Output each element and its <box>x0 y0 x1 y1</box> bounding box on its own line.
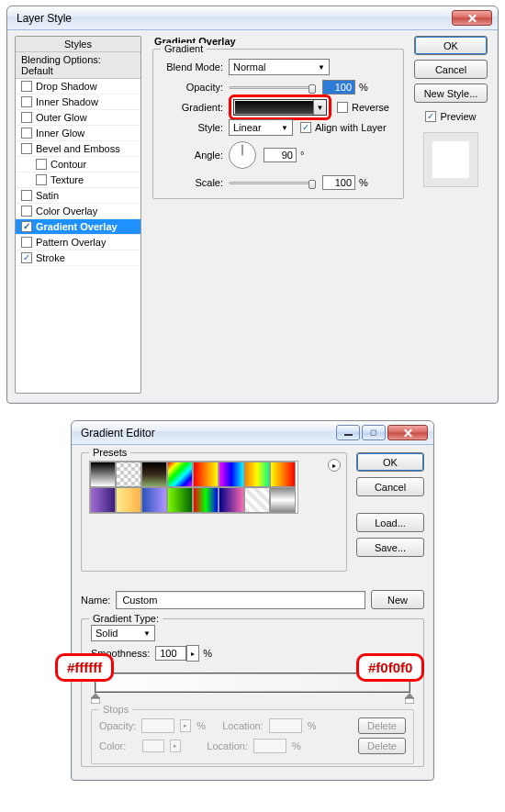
chevron-right-icon: ▸ <box>180 719 191 732</box>
svg-marker-4 <box>91 693 100 698</box>
angle-input[interactable]: 90 <box>264 148 297 162</box>
opacity-label: Opacity: <box>164 82 223 93</box>
style-row-texture[interactable]: Texture <box>16 172 140 188</box>
opacity-input[interactable]: 100 <box>322 80 355 95</box>
maximize-button[interactable]: ▢ <box>362 425 386 440</box>
style-row-bevel-and-emboss[interactable]: Bevel and Emboss <box>16 141 140 157</box>
preset-swatch[interactable] <box>270 462 296 487</box>
type-select[interactable]: Solid ▼ <box>91 625 155 641</box>
align-checkbox[interactable] <box>300 122 311 133</box>
styles-header[interactable]: Styles <box>16 37 140 52</box>
reverse-label: Reverse <box>352 102 389 113</box>
styles-panel: Styles Blending Options: Default Drop Sh… <box>15 36 141 394</box>
style-checkbox[interactable] <box>21 221 32 232</box>
style-checkbox[interactable] <box>36 159 47 170</box>
stop-color-swatch <box>142 740 164 752</box>
color-stop-right[interactable] <box>405 693 414 704</box>
style-label: Pattern Overlay <box>36 237 106 248</box>
gradient-overlay-pane: Gradient Overlay Gradient Blend Mode: No… <box>151 36 406 394</box>
style-row-color-overlay[interactable]: Color Overlay <box>16 204 140 219</box>
opacity-slider[interactable] <box>229 86 315 89</box>
style-row-inner-shadow[interactable]: Inner Shadow <box>16 95 140 110</box>
gradient-picker[interactable]: ▼ <box>233 99 327 116</box>
preset-swatch[interactable] <box>90 462 116 487</box>
style-checkbox[interactable] <box>21 252 32 263</box>
style-row-gradient-overlay[interactable]: Gradient Overlay <box>16 219 140 235</box>
layer-style-window: Layer Style Styles Blending Options: Def… <box>6 6 499 404</box>
preset-swatch[interactable] <box>116 462 141 487</box>
delete-opacity-stop-button: Delete <box>358 717 406 734</box>
close-button[interactable] <box>452 10 492 26</box>
style-checkbox[interactable] <box>21 237 32 248</box>
blend-mode-label: Blend Mode: <box>164 61 223 72</box>
svg-rect-7 <box>405 698 414 704</box>
preset-swatch[interactable] <box>167 487 193 513</box>
color-stop-left[interactable] <box>91 693 100 704</box>
style-row-inner-glow[interactable]: Inner Glow <box>16 126 140 141</box>
ok-button[interactable]: OK <box>356 452 424 472</box>
preset-swatch[interactable] <box>141 462 167 487</box>
stop-location-label: Location: <box>207 740 248 751</box>
style-checkbox[interactable] <box>21 96 32 107</box>
style-checkbox[interactable] <box>21 128 32 139</box>
cancel-button[interactable]: Cancel <box>356 477 424 496</box>
blend-mode-select[interactable]: Normal ▼ <box>229 59 330 75</box>
load-button[interactable]: Load... <box>356 513 424 532</box>
angle-wheel[interactable] <box>229 141 256 169</box>
new-style-button[interactable]: New Style... <box>414 83 488 103</box>
preview-checkbox[interactable] <box>425 111 436 122</box>
preset-swatch[interactable] <box>244 462 270 487</box>
scale-label: Scale: <box>164 177 223 188</box>
style-row-stroke[interactable]: Stroke <box>16 250 140 266</box>
smoothness-stepper[interactable]: ▸ <box>186 645 199 662</box>
dialog-buttons: OK Cancel New Style... Preview <box>411 36 490 394</box>
preset-swatch[interactable] <box>219 462 244 487</box>
preset-swatch[interactable] <box>167 462 193 487</box>
preset-swatch[interactable] <box>219 487 244 513</box>
name-input[interactable]: Custom <box>116 591 365 609</box>
style-checkbox[interactable] <box>21 206 32 217</box>
style-row-drop-shadow[interactable]: Drop Shadow <box>16 79 140 95</box>
minimize-button[interactable] <box>336 425 360 440</box>
stops-legend: Stops <box>99 704 132 715</box>
chevron-down-icon: ▼ <box>143 629 151 638</box>
style-checkbox[interactable] <box>21 190 32 201</box>
style-checkbox[interactable] <box>21 143 32 154</box>
close-button[interactable] <box>387 425 428 440</box>
style-checkbox[interactable] <box>21 112 32 123</box>
preset-swatch[interactable] <box>193 462 219 487</box>
reverse-checkbox[interactable] <box>337 102 348 113</box>
style-checkbox[interactable] <box>36 174 47 185</box>
preset-swatch[interactable] <box>141 487 167 513</box>
presets-flyout-button[interactable]: ▸ <box>328 459 341 472</box>
scale-input[interactable]: 100 <box>322 175 355 190</box>
titlebar[interactable]: Gradient Editor ▢ <box>72 421 433 445</box>
save-button[interactable]: Save... <box>356 538 424 557</box>
stops-fieldset: Stops Opacity: ▸ % Location: % Delete Co… <box>91 709 414 764</box>
smoothness-input[interactable]: 100 <box>155 646 186 661</box>
style-row-contour[interactable]: Contour <box>16 157 140 172</box>
style-row-outer-glow[interactable]: Outer Glow <box>16 110 140 126</box>
ok-button[interactable]: OK <box>414 36 488 55</box>
align-label: Align with Layer <box>315 122 387 133</box>
new-button[interactable]: New <box>371 590 424 609</box>
preset-swatch[interactable] <box>270 487 296 513</box>
style-label: Inner Glow <box>36 128 84 139</box>
preset-swatch[interactable] <box>244 487 270 513</box>
preset-swatch[interactable] <box>90 487 116 513</box>
titlebar[interactable]: Layer Style <box>7 6 498 30</box>
scale-slider[interactable] <box>229 182 315 184</box>
delete-color-stop-button: Delete <box>358 738 406 754</box>
style-label: Gradient Overlay <box>36 221 118 232</box>
style-checkbox[interactable] <box>21 81 32 92</box>
cancel-button[interactable]: Cancel <box>414 60 488 79</box>
style-select[interactable]: Linear ▼ <box>229 119 293 136</box>
preset-swatch[interactable] <box>116 487 141 513</box>
preview-swatch <box>423 132 478 187</box>
preset-swatch[interactable] <box>193 487 219 513</box>
chevron-down-icon[interactable]: ▼ <box>313 100 326 115</box>
style-row-pattern-overlay[interactable]: Pattern Overlay <box>16 235 140 250</box>
blending-options-row[interactable]: Blending Options: Default <box>16 52 140 79</box>
gradient-label: Gradient: <box>164 102 223 113</box>
style-row-satin[interactable]: Satin <box>16 188 140 204</box>
